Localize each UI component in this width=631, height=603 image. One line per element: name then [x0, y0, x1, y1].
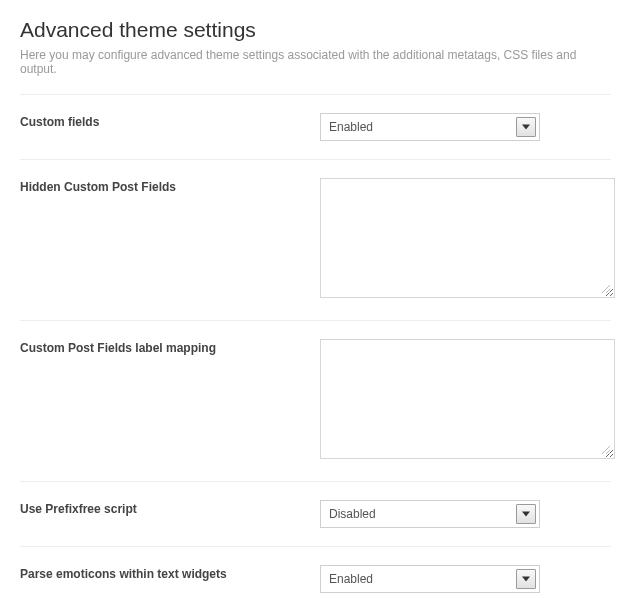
hidden-custom-post-fields-textarea[interactable] — [320, 178, 615, 298]
page-subtitle: Here you may configure advanced theme se… — [20, 48, 611, 76]
emoticons-select-value: Enabled — [329, 572, 373, 586]
row-custom-fields: Custom fields Enabled — [20, 94, 611, 159]
emoticons-select[interactable]: Enabled — [320, 565, 540, 593]
prefixfree-select-value: Disabled — [329, 507, 376, 521]
label-mapping-textarea[interactable] — [320, 339, 615, 459]
chevron-down-icon — [516, 117, 536, 137]
chevron-down-icon — [516, 569, 536, 589]
chevron-down-icon — [516, 504, 536, 524]
hidden-custom-post-fields-label: Hidden Custom Post Fields — [20, 178, 320, 194]
custom-fields-select-value: Enabled — [329, 120, 373, 134]
row-emoticons: Parse emoticons within text widgets Enab… — [20, 546, 611, 603]
custom-fields-label: Custom fields — [20, 113, 320, 129]
custom-fields-select[interactable]: Enabled — [320, 113, 540, 141]
prefixfree-label: Use Prefixfree script — [20, 500, 320, 516]
label-mapping-label: Custom Post Fields label mapping — [20, 339, 320, 355]
row-label-mapping: Custom Post Fields label mapping — [20, 320, 611, 481]
emoticons-label: Parse emoticons within text widgets — [20, 565, 320, 581]
page-title: Advanced theme settings — [20, 18, 611, 42]
row-prefixfree: Use Prefixfree script Disabled — [20, 481, 611, 546]
prefixfree-select[interactable]: Disabled — [320, 500, 540, 528]
row-hidden-custom-post-fields: Hidden Custom Post Fields — [20, 159, 611, 320]
